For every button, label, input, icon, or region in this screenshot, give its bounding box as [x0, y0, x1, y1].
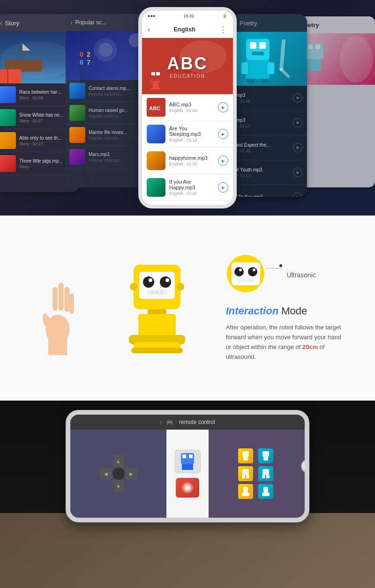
play-button[interactable]: ▶: [218, 129, 228, 139]
pop-meta: Contact aliens.mp... Popular science...: [89, 86, 130, 97]
interaction-title-rest: Mode: [278, 305, 307, 317]
list-thumb: [0, 109, 16, 126]
dance-tab-inactive: Poetry: [240, 20, 257, 27]
interaction-text: Interaction Mode After operation, the ro…: [226, 305, 348, 362]
svg-point-68: [248, 267, 257, 276]
action-icon-2: [260, 450, 271, 461]
center-sub: English · 01:12: [169, 138, 218, 142]
right-play-btn[interactable]: ▶: [293, 193, 302, 197]
speed-selector[interactable]: [176, 478, 199, 498]
action-grid: [238, 448, 276, 499]
status-signal: ●●●: [148, 14, 155, 18]
phone-popular: ‹ Popular sc... 0 2 6 7 Conta: [66, 14, 145, 187]
english-hero-banner: ABC EDUCATION: [142, 38, 233, 94]
right-title: .mp3: [235, 93, 293, 98]
distance-highlight: 20cm: [302, 343, 318, 350]
robot-display-icon: [175, 450, 201, 473]
pop-meta: Marine life revea... Popular science...: [89, 130, 127, 141]
popular-title: Popular sc...: [75, 19, 107, 26]
pop-title: Marine life revea...: [89, 130, 127, 135]
ultrasonic-label: Ultrasonic: [287, 271, 316, 279]
svg-line-32: [281, 69, 288, 76]
svg-rect-16: [156, 72, 160, 75]
center-list-item: If you Are Happy.mp3 English · 01:20 ▶: [142, 174, 233, 201]
action-btn-3[interactable]: [238, 466, 253, 481]
remote-nav-title: remote control: [179, 419, 215, 425]
list-thumb: [0, 155, 16, 172]
remote-content: ▲ ▼ ◀ ▶: [70, 430, 305, 518]
svg-point-69: [239, 268, 242, 271]
svg-rect-43: [70, 293, 74, 314]
dpad-down[interactable]: ▼: [113, 480, 124, 492]
svg-point-50: [143, 276, 154, 288]
right-title: .mp3: [235, 118, 293, 123]
connector-dot: [279, 264, 282, 267]
svg-rect-41: [59, 283, 64, 310]
right-meta: of Youth.mp3 ☉ 02:17: [235, 167, 293, 178]
nav-back-icon: ‹: [148, 25, 150, 34]
right-title: and Expect the...: [235, 142, 293, 148]
dpad-left[interactable]: ◀: [100, 468, 112, 479]
pop-item: Human raised go... Popular science...: [66, 102, 145, 124]
svg-rect-64: [131, 348, 183, 353]
pop-sub: Popular science...: [89, 114, 128, 119]
svg-rect-5: [7, 69, 8, 83]
svg-rect-60: [148, 309, 166, 314]
svg-rect-34: [305, 43, 323, 59]
svg-rect-80: [243, 457, 248, 461]
center-list-item: Are You Sleeping.mp3 English · 01:12 ▶: [142, 121, 233, 148]
svg-rect-30: [261, 79, 269, 83]
remote-nav-bar: ‹ 🎮 remote control: [70, 415, 305, 430]
center-thumb: ABC: [147, 98, 165, 117]
svg-rect-84: [242, 475, 245, 478]
center-meta: Are You Sleeping.mp3 English · 01:12: [169, 126, 218, 142]
svg-rect-92: [262, 492, 270, 496]
center-sub: English · 01:20: [169, 191, 218, 196]
action-icon-6: [260, 486, 271, 497]
svg-rect-25: [252, 52, 264, 55]
center-meta: If you Are Happy.mp3 English · 01:20: [169, 179, 218, 196]
back-arrow-icon: ‹: [0, 19, 2, 27]
speed-icon-svg: [179, 481, 196, 495]
action-btn-4[interactable]: [258, 466, 273, 481]
right-play-btn[interactable]: ▶: [293, 93, 302, 103]
right-content: Ultrasonic Interaction Mode After operat…: [226, 254, 348, 362]
interaction-mode-section: Ultrasonic Interaction Mode After operat…: [0, 216, 375, 401]
status-battery: 🔋: [222, 14, 227, 18]
remote-control-section: ‹ 🎮 remote control ▲ ▼ ◀ ▶: [0, 401, 375, 588]
svg-line-31: [281, 41, 284, 69]
dpad-right[interactable]: ▶: [125, 468, 137, 479]
list-title: Able only to see th...: [19, 135, 64, 141]
right-play-btn[interactable]: ▶: [293, 118, 302, 127]
action-btn-1[interactable]: [238, 448, 253, 463]
svg-rect-44: [48, 336, 67, 355]
right-play-btn[interactable]: ▶: [293, 143, 302, 152]
svg-rect-73: [182, 454, 186, 458]
hand-shape: [41, 283, 74, 355]
svg-rect-79: [242, 451, 249, 457]
hero-education-text: EDUCATION: [167, 74, 208, 79]
center-title: If you Are Happy.mp3: [169, 179, 218, 190]
action-btn-5[interactable]: [238, 484, 253, 499]
svg-rect-19: [158, 82, 162, 88]
svg-rect-71: [238, 278, 254, 282]
right-play-btn[interactable]: ▶: [293, 168, 302, 177]
right-meta: it To Say.mp3: [235, 194, 293, 197]
action-btn-2[interactable]: [258, 448, 273, 463]
play-button[interactable]: ▶: [218, 156, 228, 166]
connector-line: [266, 268, 282, 268]
play-button[interactable]: ▶: [218, 182, 228, 193]
right-meta: .mp3 ☉ 01:26: [235, 93, 293, 104]
svg-rect-75: [182, 464, 193, 470]
nav-back-icon: ‹: [160, 418, 162, 426]
svg-point-53: [165, 278, 169, 282]
svg-rect-24: [259, 42, 266, 49]
robot-area: [124, 262, 190, 354]
play-button[interactable]: ▶: [218, 102, 228, 112]
action-btn-6[interactable]: [258, 484, 273, 499]
action-icon-1: [240, 450, 251, 461]
dpad-up[interactable]: ▲: [113, 455, 124, 467]
hero-text-container: ABC EDUCATION: [167, 54, 208, 79]
list-title: Snow White has no...: [19, 112, 64, 118]
dpad[interactable]: ▲ ▼ ◀ ▶: [100, 455, 137, 492]
